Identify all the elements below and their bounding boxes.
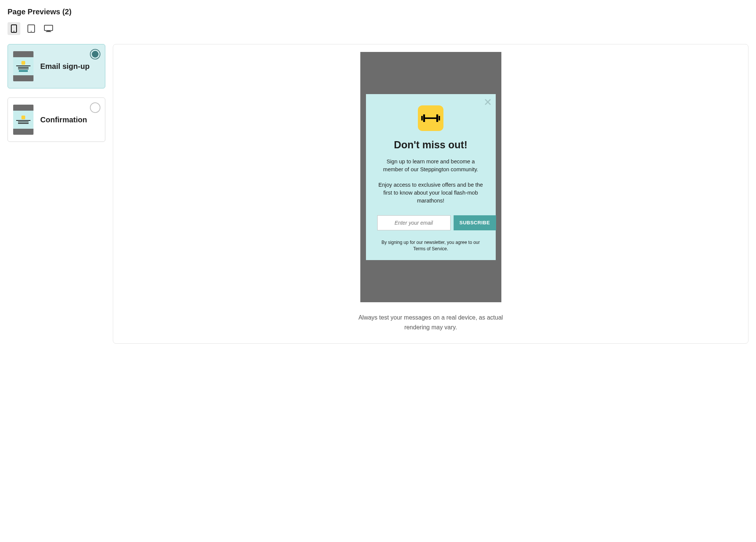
device-tablet-button[interactable] — [25, 22, 38, 35]
page-title: Page Previews (2) — [8, 8, 748, 16]
page-radio-unselected[interactable] — [90, 102, 100, 113]
popup-body-p1: Sign up to learn more and become a membe… — [377, 158, 484, 174]
svg-rect-12 — [439, 116, 440, 120]
svg-rect-13 — [425, 117, 436, 119]
page-card-email-signup[interactable]: Email sign-up — [8, 44, 105, 88]
popup-body-p2: Enjoy access to exclusive offers and be … — [377, 181, 484, 205]
mobile-icon — [11, 24, 17, 33]
popup-footer: By signing up for our newsletter, you ag… — [377, 239, 484, 252]
page-thumbnail — [13, 105, 33, 135]
tablet-icon — [27, 24, 35, 33]
preview-pane: Don't miss out! Sign up to learn more an… — [113, 44, 748, 344]
email-input[interactable] — [377, 215, 451, 230]
device-desktop-button[interactable] — [42, 22, 55, 35]
device-frame: Don't miss out! Sign up to learn more an… — [360, 52, 501, 302]
svg-point-3 — [31, 31, 32, 32]
svg-rect-4 — [44, 25, 53, 30]
svg-rect-6 — [46, 31, 51, 32]
device-toggle — [8, 22, 748, 35]
desktop-icon — [44, 25, 53, 32]
page-list-sidebar: Email sign-up Confirmation — [8, 44, 105, 142]
signup-popup: Don't miss out! Sign up to learn more an… — [366, 94, 496, 260]
popup-heading: Don't miss out! — [377, 139, 484, 151]
popup-body: Sign up to learn more and become a membe… — [377, 158, 484, 205]
page-thumbnail — [13, 51, 33, 81]
page-card-label: Email sign-up — [40, 62, 100, 71]
page-radio-selected[interactable] — [90, 49, 100, 59]
svg-rect-5 — [47, 30, 50, 31]
subscribe-button[interactable]: SUBSCRIBE — [454, 215, 496, 230]
svg-rect-11 — [436, 114, 438, 122]
svg-rect-10 — [421, 116, 423, 120]
svg-point-1 — [14, 31, 14, 32]
device-mobile-button[interactable] — [8, 22, 20, 35]
dumbbell-icon — [418, 105, 443, 131]
signup-form: SUBSCRIBE — [377, 215, 484, 230]
close-icon[interactable] — [484, 99, 491, 107]
svg-rect-9 — [423, 114, 425, 122]
preview-note: Always test your messages on a real devi… — [352, 313, 510, 332]
page-card-confirmation[interactable]: Confirmation — [8, 97, 105, 142]
page-card-label: Confirmation — [40, 115, 100, 124]
